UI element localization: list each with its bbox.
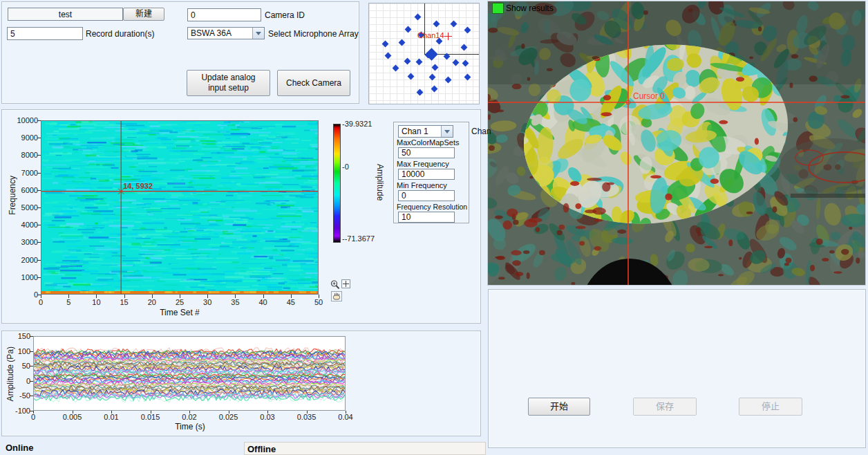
mic-point	[417, 89, 424, 96]
y-tick-mark	[37, 173, 41, 174]
y-tick-label: 100	[4, 347, 30, 355]
colorbar-min-label: --71.3677	[342, 234, 375, 243]
mic-point	[433, 21, 440, 28]
x-tick-mark	[319, 295, 319, 298]
mic-point	[393, 65, 399, 72]
y-tick-label: 2000	[6, 256, 38, 264]
field-input[interactable]: 10	[398, 212, 455, 223]
x-tick-mark	[68, 295, 69, 298]
y-tick-mark	[37, 242, 41, 243]
x-tick-label: 0.04	[329, 413, 362, 421]
y-tick-mark	[37, 155, 41, 156]
crosshair-icon[interactable]	[341, 279, 350, 288]
x-tick-label: 0.01	[95, 413, 128, 421]
channel-select[interactable]: Chan 1	[398, 125, 453, 138]
array-cursor-label: Chan14	[417, 31, 444, 39]
x-tick-label: 50	[305, 298, 332, 306]
array-axis-vline	[424, 3, 425, 54]
x-tick-label: 45	[277, 298, 305, 306]
spectrogram-plot[interactable]: 14, 5932	[41, 120, 319, 295]
y-tick-label: 4000	[6, 221, 38, 229]
mic-point	[461, 44, 468, 51]
x-tick-label: 40	[249, 298, 277, 306]
camera-id-input[interactable]: 0	[187, 8, 261, 21]
x-tick-mark	[346, 411, 346, 414]
x-tick-label: 10	[82, 298, 110, 306]
array-cursor-cross	[448, 32, 449, 40]
save-button[interactable]: 保存	[633, 398, 697, 416]
record-panel: 开始 保存 停止	[488, 289, 866, 448]
x-tick-mark	[307, 411, 308, 414]
y-tick-mark	[37, 260, 41, 261]
camera-id-label: Camera ID	[265, 10, 305, 20]
mic-array-plot[interactable]: Chan14	[368, 3, 480, 104]
zoom-magnifier-icon[interactable]	[330, 279, 341, 290]
x-tick-mark	[267, 411, 268, 414]
x-tick-mark	[96, 295, 97, 298]
field-input[interactable]: 0	[398, 190, 455, 201]
record-duration-input[interactable]: 5	[7, 27, 83, 40]
y-tick-label: 9000	[6, 133, 38, 142]
mic-point	[416, 59, 423, 66]
x-tick-mark	[151, 411, 151, 414]
mic-point	[385, 53, 392, 59]
mic-point	[415, 14, 422, 21]
stop-button[interactable]: 停止	[739, 398, 802, 416]
y-tick-mark	[30, 381, 33, 382]
mic-point	[399, 39, 406, 46]
y-tick-label: 10000	[6, 116, 38, 124]
acoustic-map-image	[488, 1, 865, 285]
mic-point	[445, 77, 452, 84]
y-tick-mark	[37, 120, 41, 121]
colorbar-title: Amplitude	[375, 164, 385, 201]
check-camera-button[interactable]: Check Camera	[277, 70, 350, 96]
acoustic-camera-app: test 新建 5 Record duration(s) 0 Camera ID…	[0, 0, 868, 455]
channel-select-label: Chan	[471, 127, 491, 136]
offline-status-label: Offline	[247, 444, 276, 454]
y-tick-mark	[37, 277, 41, 278]
y-tick-mark	[37, 207, 41, 208]
y-tick-mark	[30, 336, 33, 337]
chevron-down-icon[interactable]	[252, 28, 264, 39]
start-button[interactable]: 开始	[528, 398, 590, 416]
x-tick-mark	[291, 295, 292, 298]
x-tick-label: 0	[27, 298, 55, 306]
x-tick-mark	[33, 411, 34, 414]
y-tick-label: 7000	[6, 169, 38, 177]
x-tick-mark	[41, 295, 41, 298]
record-duration-label: Record duration(s)	[86, 29, 154, 39]
x-tick-mark	[189, 411, 190, 414]
x-tick-mark	[73, 411, 73, 414]
waveform-plot[interactable]	[33, 336, 346, 411]
chevron-down-icon[interactable]	[441, 126, 453, 137]
x-tick-label: 25	[166, 298, 194, 306]
x-tick-label: 0	[17, 413, 50, 421]
x-tick-label: 30	[194, 298, 221, 306]
setup-panel: test 新建 5 Record duration(s) 0 Camera ID…	[1, 1, 359, 104]
pan-hand-icon[interactable]	[331, 291, 342, 301]
field-input[interactable]: 10000	[398, 169, 455, 180]
new-button[interactable]: 新建	[123, 8, 164, 21]
y-tick-mark	[30, 351, 33, 352]
camera-cursor-label: Cursor 0	[633, 91, 665, 101]
x-tick-label: 20	[138, 298, 166, 306]
camera-view[interactable]: Show results Cursor 0	[487, 1, 866, 286]
y-tick-label: 0	[4, 377, 30, 385]
mic-point	[464, 27, 471, 34]
mic-point	[432, 64, 439, 71]
online-status-label: Online	[6, 443, 33, 453]
x-tick-label: 0.035	[290, 413, 323, 421]
show-results-checkbox[interactable]	[492, 3, 504, 14]
y-tick-label: 1000	[6, 273, 38, 281]
mic-array-select[interactable]: BSWA 36A	[187, 27, 265, 39]
test-name-field[interactable]: test	[8, 8, 123, 21]
field-input[interactable]: 50	[398, 147, 455, 158]
colorbar-max-label: -39.9321	[342, 120, 372, 128]
field-label: Min Frequency	[397, 181, 447, 189]
x-tick-label: 35	[221, 298, 249, 306]
update-analog-input-button[interactable]: Update analog input setup	[187, 70, 270, 96]
mic-point	[431, 86, 438, 93]
y-tick-mark	[30, 396, 33, 396]
processing-controls-panel: Chan 1 MaxColorMapSets50Max Frequency100…	[393, 122, 469, 223]
waveform-xlabel: Time (s)	[155, 422, 225, 431]
